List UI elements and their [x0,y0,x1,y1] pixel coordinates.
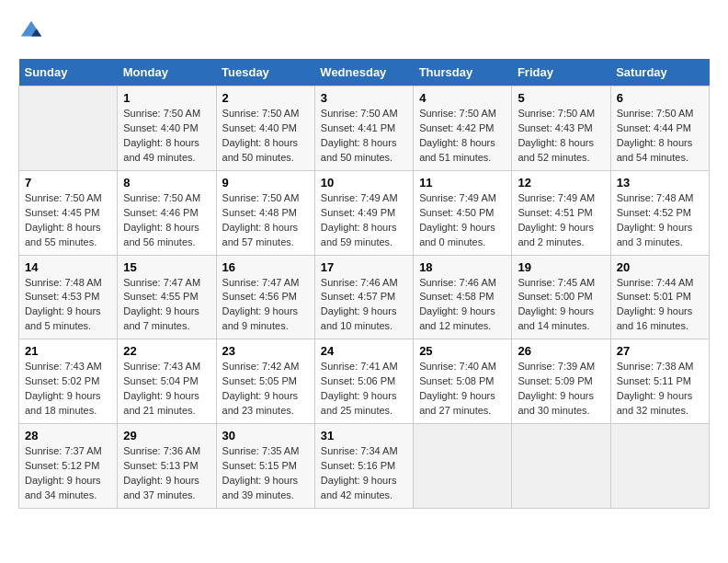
calendar-week-4: 21Sunrise: 7:43 AM Sunset: 5:02 PM Dayli… [19,339,710,424]
day-number: 30 [222,429,309,442]
calendar-cell: 6Sunrise: 7:50 AM Sunset: 4:44 PM Daylig… [610,86,709,171]
calendar-cell: 8Sunrise: 7:50 AM Sunset: 4:46 PM Daylig… [118,170,216,255]
calendar-cell: 21Sunrise: 7:43 AM Sunset: 5:02 PM Dayli… [19,339,118,424]
day-info: Sunrise: 7:36 AM Sunset: 5:13 PM Dayligh… [123,444,210,503]
day-info: Sunrise: 7:50 AM Sunset: 4:43 PM Dayligh… [518,107,604,166]
day-info: Sunrise: 7:47 AM Sunset: 4:55 PM Dayligh… [123,276,210,335]
day-info: Sunrise: 7:50 AM Sunset: 4:41 PM Dayligh… [321,107,407,166]
day-number: 5 [518,91,604,105]
day-number: 1 [123,91,210,105]
calendar-cell: 25Sunrise: 7:40 AM Sunset: 5:08 PM Dayli… [414,339,512,424]
day-info: Sunrise: 7:50 AM Sunset: 4:48 PM Dayligh… [222,191,309,250]
calendar-cell [512,424,610,509]
day-number: 27 [617,344,703,358]
day-info: Sunrise: 7:50 AM Sunset: 4:45 PM Dayligh… [25,191,111,250]
calendar-cell: 11Sunrise: 7:49 AM Sunset: 4:50 PM Dayli… [414,170,512,255]
day-info: Sunrise: 7:38 AM Sunset: 5:11 PM Dayligh… [617,360,703,419]
calendar-cell: 2Sunrise: 7:50 AM Sunset: 4:40 PM Daylig… [216,86,314,171]
day-info: Sunrise: 7:47 AM Sunset: 4:56 PM Dayligh… [222,276,309,335]
calendar-cell [610,424,709,509]
day-info: Sunrise: 7:49 AM Sunset: 4:50 PM Dayligh… [419,191,506,250]
calendar-header-wednesday: Wednesday [314,59,413,86]
calendar-week-1: 1Sunrise: 7:50 AM Sunset: 4:40 PM Daylig… [19,86,710,171]
day-number: 31 [321,429,407,442]
day-number: 25 [419,344,506,358]
calendar-cell: 14Sunrise: 7:48 AM Sunset: 4:53 PM Dayli… [19,255,118,339]
day-info: Sunrise: 7:39 AM Sunset: 5:09 PM Dayligh… [518,360,604,419]
calendar-cell: 9Sunrise: 7:50 AM Sunset: 4:48 PM Daylig… [216,170,314,255]
day-number: 24 [321,344,407,358]
calendar-cell: 27Sunrise: 7:38 AM Sunset: 5:11 PM Dayli… [610,339,709,424]
day-info: Sunrise: 7:41 AM Sunset: 5:06 PM Dayligh… [321,360,407,419]
calendar-cell: 30Sunrise: 7:35 AM Sunset: 5:15 PM Dayli… [216,424,314,509]
day-info: Sunrise: 7:43 AM Sunset: 5:02 PM Dayligh… [25,360,111,419]
logo [18,18,48,44]
day-info: Sunrise: 7:46 AM Sunset: 4:57 PM Dayligh… [321,276,407,335]
calendar-cell: 18Sunrise: 7:46 AM Sunset: 4:58 PM Dayli… [414,255,512,339]
day-number: 8 [123,176,210,190]
calendar-cell: 29Sunrise: 7:36 AM Sunset: 5:13 PM Dayli… [118,424,216,509]
day-number: 15 [123,260,210,274]
calendar-cell: 23Sunrise: 7:42 AM Sunset: 5:05 PM Dayli… [216,339,314,424]
day-info: Sunrise: 7:34 AM Sunset: 5:16 PM Dayligh… [321,444,407,503]
day-info: Sunrise: 7:37 AM Sunset: 5:12 PM Dayligh… [25,444,111,503]
calendar-cell: 16Sunrise: 7:47 AM Sunset: 4:56 PM Dayli… [216,255,314,339]
calendar-cell: 26Sunrise: 7:39 AM Sunset: 5:09 PM Dayli… [512,339,610,424]
calendar-header-saturday: Saturday [610,59,709,86]
day-number: 12 [518,176,604,190]
calendar-header-monday: Monday [118,59,216,86]
calendar-header-thursday: Thursday [414,59,512,86]
day-info: Sunrise: 7:50 AM Sunset: 4:46 PM Dayligh… [123,191,210,250]
day-info: Sunrise: 7:49 AM Sunset: 4:49 PM Dayligh… [321,191,407,250]
day-info: Sunrise: 7:48 AM Sunset: 4:53 PM Dayligh… [25,276,111,335]
day-number: 10 [321,176,407,190]
calendar-cell: 17Sunrise: 7:46 AM Sunset: 4:57 PM Dayli… [314,255,413,339]
day-info: Sunrise: 7:42 AM Sunset: 5:05 PM Dayligh… [222,360,309,419]
calendar-cell: 7Sunrise: 7:50 AM Sunset: 4:45 PM Daylig… [19,170,118,255]
day-number: 4 [419,91,506,105]
day-number: 28 [25,429,111,442]
calendar-cell: 1Sunrise: 7:50 AM Sunset: 4:40 PM Daylig… [118,86,216,171]
logo-icon [18,18,44,44]
day-number: 21 [25,344,111,358]
page-header [18,18,710,44]
calendar-week-5: 28Sunrise: 7:37 AM Sunset: 5:12 PM Dayli… [19,424,710,509]
day-info: Sunrise: 7:44 AM Sunset: 5:01 PM Dayligh… [617,276,703,335]
calendar-header-friday: Friday [512,59,610,86]
calendar-cell: 3Sunrise: 7:50 AM Sunset: 4:41 PM Daylig… [314,86,413,171]
calendar-week-2: 7Sunrise: 7:50 AM Sunset: 4:45 PM Daylig… [19,170,710,255]
day-number: 9 [222,176,309,190]
day-number: 19 [518,260,604,274]
day-number: 20 [617,260,703,274]
day-info: Sunrise: 7:50 AM Sunset: 4:40 PM Dayligh… [123,107,210,166]
calendar-cell: 24Sunrise: 7:41 AM Sunset: 5:06 PM Dayli… [314,339,413,424]
day-info: Sunrise: 7:35 AM Sunset: 5:15 PM Dayligh… [222,444,309,503]
calendar-cell: 15Sunrise: 7:47 AM Sunset: 4:55 PM Dayli… [118,255,216,339]
day-number: 3 [321,91,407,105]
day-number: 26 [518,344,604,358]
day-number: 13 [617,176,703,190]
day-info: Sunrise: 7:43 AM Sunset: 5:04 PM Dayligh… [123,360,210,419]
calendar-cell: 22Sunrise: 7:43 AM Sunset: 5:04 PM Dayli… [118,339,216,424]
day-number: 16 [222,260,309,274]
day-number: 18 [419,260,506,274]
day-info: Sunrise: 7:50 AM Sunset: 4:40 PM Dayligh… [222,107,309,166]
day-number: 6 [617,91,703,105]
day-number: 2 [222,91,309,105]
calendar-cell: 19Sunrise: 7:45 AM Sunset: 5:00 PM Dayli… [512,255,610,339]
day-number: 11 [419,176,506,190]
day-number: 23 [222,344,309,358]
calendar-cell [414,424,512,509]
calendar-table: SundayMondayTuesdayWednesdayThursdayFrid… [18,59,710,509]
calendar-cell [19,86,118,171]
calendar-cell: 31Sunrise: 7:34 AM Sunset: 5:16 PM Dayli… [314,424,413,509]
day-number: 22 [123,344,210,358]
calendar-header-tuesday: Tuesday [216,59,314,86]
day-number: 14 [25,260,111,274]
calendar-cell: 13Sunrise: 7:48 AM Sunset: 4:52 PM Dayli… [610,170,709,255]
day-info: Sunrise: 7:46 AM Sunset: 4:58 PM Dayligh… [419,276,506,335]
day-info: Sunrise: 7:49 AM Sunset: 4:51 PM Dayligh… [518,191,604,250]
calendar-cell: 20Sunrise: 7:44 AM Sunset: 5:01 PM Dayli… [610,255,709,339]
day-info: Sunrise: 7:50 AM Sunset: 4:44 PM Dayligh… [617,107,703,166]
calendar-week-3: 14Sunrise: 7:48 AM Sunset: 4:53 PM Dayli… [19,255,710,339]
